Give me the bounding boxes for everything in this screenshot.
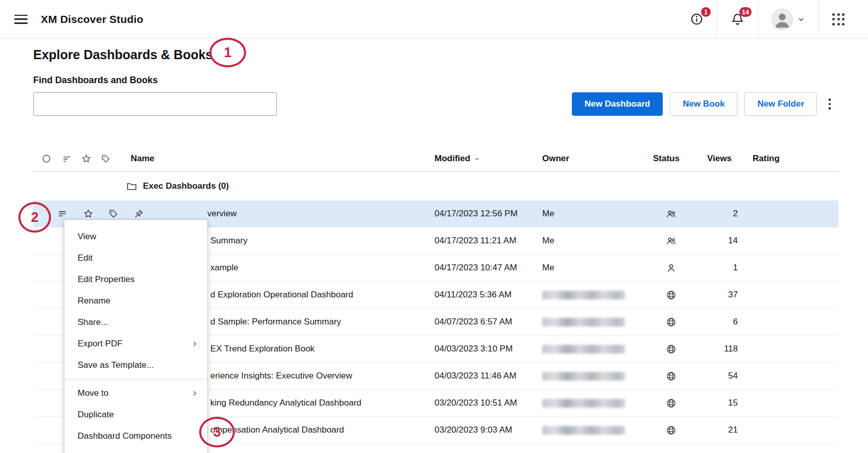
header-status[interactable]: Status bbox=[653, 154, 707, 164]
views-count: 2 bbox=[707, 209, 738, 219]
menu-item-save-as-template[interactable]: Save as Template... bbox=[64, 355, 207, 376]
new-book-button[interactable]: New Book bbox=[670, 92, 737, 116]
header-modified[interactable]: Modified bbox=[435, 154, 542, 164]
folder-row[interactable]: Exec Dashboards (0) bbox=[33, 172, 838, 200]
owner-redacted bbox=[542, 399, 625, 408]
public-status-icon bbox=[666, 398, 677, 409]
page-title: Explore Dashboards & Books bbox=[33, 47, 838, 62]
app-title: XM Discover Studio bbox=[41, 13, 143, 26]
labels-tag-icon[interactable] bbox=[101, 154, 111, 164]
submenu-arrow-icon bbox=[191, 340, 198, 347]
dashboard-name: d Sample: Performance Summary bbox=[210, 317, 341, 327]
modified-date: 04/03/2023 3:10 PM bbox=[435, 344, 542, 354]
row-context-menu: View Edit Edit Properties Rename Share..… bbox=[64, 219, 208, 453]
dashboard-name: Summary bbox=[210, 236, 248, 246]
public-status-icon bbox=[666, 425, 677, 436]
shared-status-icon bbox=[666, 209, 677, 219]
menu-item-view[interactable]: View bbox=[64, 226, 207, 247]
search-input[interactable] bbox=[33, 92, 277, 116]
menu-item-share[interactable]: Share... bbox=[64, 312, 207, 333]
favorites-star-icon[interactable] bbox=[81, 154, 91, 164]
chevron-down-icon bbox=[797, 15, 805, 23]
views-count: 21 bbox=[707, 425, 738, 435]
apps-grid-button[interactable] bbox=[819, 0, 858, 38]
menu-divider bbox=[64, 379, 207, 380]
owner-redacted bbox=[542, 426, 625, 435]
folder-icon bbox=[126, 181, 137, 192]
dashboard-name: erience Insights: Executive Overview bbox=[210, 371, 352, 381]
apps-grid-icon bbox=[832, 13, 845, 26]
modified-date: 03/20/2023 10:51 AM bbox=[435, 398, 542, 408]
dashboard-name: verview bbox=[207, 209, 237, 219]
modified-date: 04/17/2023 12:56 PM bbox=[435, 209, 542, 219]
modified-date: 04/03/2023 11:46 AM bbox=[435, 371, 542, 381]
pin-icon[interactable] bbox=[134, 209, 144, 219]
views-count: 15 bbox=[707, 398, 738, 408]
notifications-badge: 14 bbox=[739, 7, 752, 17]
menu-item-edit[interactable]: Edit bbox=[64, 247, 207, 269]
menu-item-rename[interactable]: Rename bbox=[64, 290, 207, 312]
avatar bbox=[771, 9, 793, 30]
row-menu-icon[interactable] bbox=[57, 209, 67, 219]
menu-item-export-pdf[interactable]: Export PDF bbox=[64, 333, 207, 355]
owner-redacted bbox=[542, 372, 625, 381]
views-count: 54 bbox=[707, 371, 738, 381]
annotation-circle-1: 1 bbox=[209, 38, 246, 67]
row-tag-icon[interactable] bbox=[108, 209, 118, 219]
info-badge: 1 bbox=[701, 7, 711, 17]
hamburger-menu-icon[interactable] bbox=[14, 15, 28, 24]
header-rating[interactable]: Rating bbox=[738, 154, 838, 164]
row-star-icon[interactable] bbox=[83, 209, 93, 219]
modified-date: 04/17/2023 11:21 AM bbox=[435, 236, 542, 246]
owner: Me bbox=[542, 263, 653, 273]
views-count: 14 bbox=[707, 236, 738, 246]
submenu-arrow-icon bbox=[191, 390, 198, 397]
public-status-icon bbox=[666, 317, 677, 328]
info-button[interactable]: 1 bbox=[677, 0, 717, 38]
table-header: Name Modified Owner Status Views Rating bbox=[33, 145, 838, 172]
filter-lines-icon[interactable] bbox=[62, 154, 72, 164]
owner-redacted bbox=[542, 291, 625, 299]
owner-redacted bbox=[542, 345, 625, 354]
search-label: Find Dashboards and Books bbox=[33, 74, 838, 86]
select-all-circle-icon[interactable] bbox=[41, 154, 52, 164]
new-folder-button[interactable]: New Folder bbox=[744, 92, 817, 116]
menu-item-duplicate[interactable]: Duplicate bbox=[64, 404, 207, 425]
header-name[interactable]: Name bbox=[131, 154, 435, 164]
annotation-circle-2: 2 bbox=[18, 202, 51, 233]
menu-item-move-to[interactable]: Move to bbox=[64, 383, 207, 404]
modified-date: 03/20/2023 9:03 AM bbox=[435, 425, 542, 435]
dashboard-name: king Redundancy Analytical Dashboard bbox=[210, 398, 361, 408]
modified-date: 04/11/2023 5:36 AM bbox=[435, 290, 542, 300]
owner-redacted bbox=[542, 318, 625, 326]
notifications-button[interactable]: 14 bbox=[717, 0, 758, 38]
owner: Me bbox=[542, 209, 653, 219]
dashboard-name: xample bbox=[210, 263, 238, 273]
account-menu[interactable] bbox=[758, 0, 818, 38]
topbar: XM Discover Studio 1 14 bbox=[0, 0, 868, 39]
owner: Me bbox=[542, 236, 653, 246]
menu-item-dashboard-components[interactable]: Dashboard Components bbox=[64, 425, 207, 447]
public-status-icon bbox=[666, 344, 677, 355]
dashboard-name: d Exploration Operational Dashboard bbox=[210, 290, 353, 300]
controls-row: New Dashboard New Book New Folder bbox=[33, 92, 838, 116]
more-actions-kebab-icon[interactable] bbox=[821, 92, 838, 116]
folder-name: Exec Dashboards (0) bbox=[143, 181, 229, 191]
views-count: 6 bbox=[707, 317, 738, 327]
views-count: 1 bbox=[707, 263, 738, 273]
public-status-icon bbox=[666, 290, 677, 300]
header-owner[interactable]: Owner bbox=[542, 154, 653, 164]
header-views[interactable]: Views bbox=[707, 154, 738, 164]
views-count: 37 bbox=[707, 290, 738, 300]
xm-discover-studio-app: XM Discover Studio 1 14 bbox=[0, 0, 868, 453]
menu-item-edit-properties[interactable]: Edit Properties bbox=[64, 269, 207, 290]
modified-date: 04/07/2023 6:57 AM bbox=[435, 317, 542, 327]
menu-item-schedule[interactable]: Schedule... bbox=[64, 447, 207, 453]
modified-date: 04/17/2023 10:47 AM bbox=[435, 263, 542, 273]
annotation-circle-3: 3 bbox=[199, 417, 235, 447]
new-dashboard-button[interactable]: New Dashboard bbox=[572, 92, 663, 116]
shared-status-icon bbox=[666, 236, 677, 246]
public-status-icon bbox=[666, 371, 677, 382]
dashboard-name: EX Trend Exploration Book bbox=[210, 344, 315, 354]
sort-caret-icon bbox=[474, 156, 480, 162]
